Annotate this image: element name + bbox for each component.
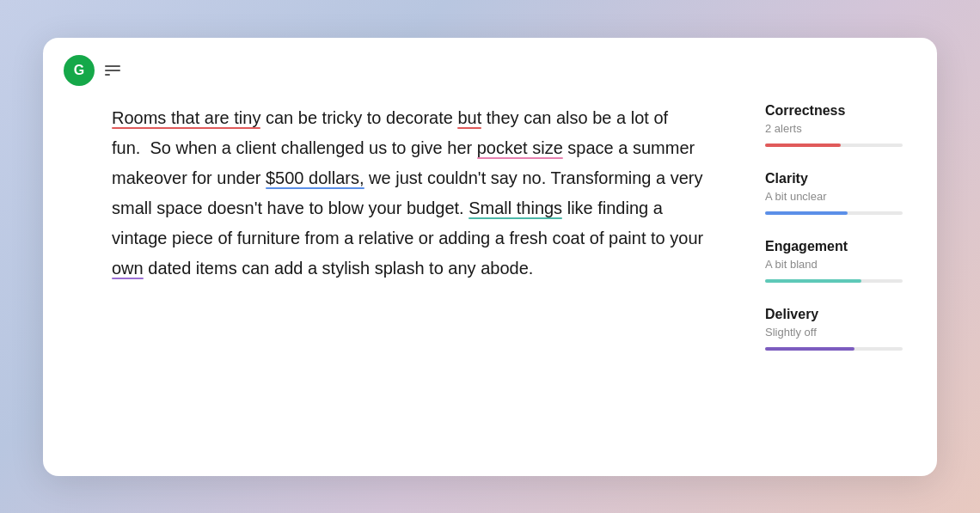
clarity-subtitle: A bit unclear: [765, 190, 903, 203]
underlined-text-but: but: [457, 108, 481, 127]
metrics-sidebar: Correctness 2 alerts Clarity A bit uncle…: [748, 95, 937, 459]
correctness-bar-bg: [765, 144, 903, 147]
engagement-title: Engagement: [765, 239, 903, 254]
metric-delivery[interactable]: Delivery Slightly off: [765, 307, 903, 351]
correctness-bar-fill: [765, 144, 841, 147]
editor-paragraph: Rooms that are tiny can be tricky to dec…: [112, 103, 705, 284]
metric-clarity[interactable]: Clarity A bit unclear: [765, 171, 903, 215]
clarity-bar-fill: [765, 211, 848, 215]
delivery-subtitle: Slightly off: [765, 326, 903, 339]
metric-engagement[interactable]: Engagement A bit bland: [765, 239, 903, 283]
toolbar: G: [43, 38, 937, 95]
clarity-bar-bg: [765, 211, 903, 215]
grammarly-logo: G: [64, 55, 95, 86]
engagement-bar-fill: [765, 279, 861, 283]
content-area: Rooms that are tiny can be tricky to dec…: [43, 95, 937, 476]
underlined-text-dollars: $500 dollars,: [266, 168, 364, 187]
correctness-title: Correctness: [765, 103, 903, 119]
underlined-text-pocket: pocket size: [477, 138, 563, 157]
correctness-subtitle: 2 alerts: [765, 122, 903, 135]
underlined-text-own: own: [112, 259, 144, 278]
engagement-bar-bg: [765, 279, 903, 283]
menu-icon[interactable]: [101, 62, 124, 79]
delivery-bar-fill: [765, 347, 854, 351]
underlined-text-verysmall: very small: [112, 168, 703, 217]
underlined-text-smallthings: Small things: [469, 198, 562, 217]
delivery-title: Delivery: [765, 307, 903, 322]
underlined-text-rooms: Rooms that are tiny: [112, 108, 260, 127]
clarity-title: Clarity: [765, 171, 903, 186]
main-card: G Rooms that are tiny can be tricky to d…: [43, 38, 937, 476]
metric-correctness[interactable]: Correctness 2 alerts: [765, 103, 903, 147]
engagement-subtitle: A bit bland: [765, 258, 903, 271]
delivery-bar-bg: [765, 347, 903, 351]
text-editor[interactable]: Rooms that are tiny can be tricky to dec…: [43, 95, 748, 459]
